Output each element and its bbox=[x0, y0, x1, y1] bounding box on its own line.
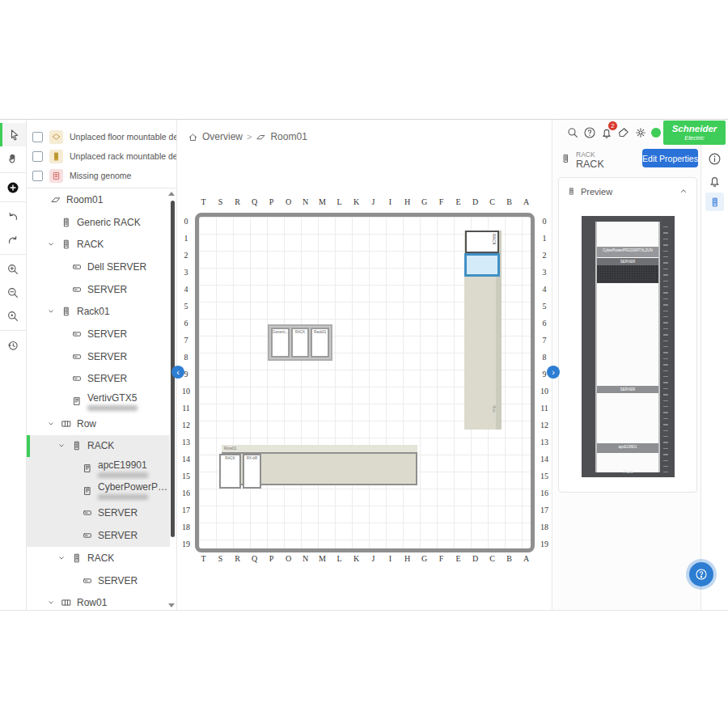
tree-item-server[interactable]: SERVER bbox=[27, 323, 170, 345]
tree-item-generic-rack[interactable]: Generic RACK bbox=[27, 211, 170, 234]
chevron-down-icon[interactable] bbox=[45, 599, 56, 607]
rack-object[interactable]: Rack01 bbox=[311, 328, 329, 358]
rack-object[interactable]: RACK bbox=[291, 328, 310, 358]
tree-item-server[interactable]: SERVER bbox=[27, 569, 170, 592]
tree-item-rack[interactable]: RACK bbox=[27, 233, 170, 256]
tree-item-rack[interactable]: RACK bbox=[27, 547, 170, 569]
grid-column-label: J bbox=[365, 197, 382, 206]
rack-object[interactable]: RACK bbox=[219, 454, 241, 489]
tree-item-label: VertivGTX5 bbox=[87, 392, 138, 404]
filter-checkbox[interactable] bbox=[32, 151, 43, 162]
tree-item-row[interactable]: Row bbox=[27, 413, 170, 435]
tree-item-server[interactable]: SERVER bbox=[27, 524, 170, 547]
add-button[interactable] bbox=[0, 176, 26, 199]
tree-item-apce19901[interactable]: apcE19901 bbox=[27, 457, 170, 480]
chevron-down-icon[interactable] bbox=[45, 240, 56, 249]
rack-object[interactable]: RX-bR bbox=[243, 454, 261, 489]
help-icon bbox=[695, 568, 708, 581]
tree-item-label: SERVER bbox=[98, 575, 138, 586]
help-button[interactable] bbox=[583, 126, 596, 139]
redacted-subtitle bbox=[98, 494, 148, 500]
search-button[interactable] bbox=[566, 126, 579, 139]
rack-icon bbox=[709, 197, 721, 208]
grid-column-label: A bbox=[518, 554, 535, 563]
help-fab[interactable] bbox=[689, 562, 713, 586]
toolbar-divider bbox=[0, 201, 26, 202]
filter-checkbox[interactable] bbox=[32, 132, 43, 142]
tree-item-rack01[interactable]: Rack01 bbox=[27, 300, 170, 323]
chevron-down-icon[interactable] bbox=[56, 442, 66, 451]
pan-tool[interactable] bbox=[0, 146, 26, 170]
chevron-down-icon[interactable] bbox=[45, 419, 56, 428]
rack-icon bbox=[61, 239, 72, 250]
redo-button[interactable] bbox=[0, 228, 26, 252]
grid-row-label: 8 bbox=[538, 349, 551, 366]
chevron-spacer bbox=[56, 285, 66, 294]
gear-button[interactable] bbox=[634, 126, 647, 139]
grid-column-label: D bbox=[467, 554, 484, 563]
filter-checkbox[interactable] bbox=[32, 171, 43, 181]
collapse-left-panel-toggle[interactable]: ‹ bbox=[171, 366, 184, 379]
breadcrumb-current[interactable]: Room01 bbox=[270, 131, 307, 142]
zoom-fit-button[interactable] bbox=[0, 304, 26, 328]
rack-panel-button[interactable] bbox=[705, 193, 724, 211]
breadcrumb-separator: > bbox=[247, 132, 252, 142]
bell-button[interactable] bbox=[708, 174, 722, 188]
hand-icon bbox=[6, 152, 19, 165]
tree-item-row01[interactable]: Row01 bbox=[27, 591, 170, 610]
floorplan[interactable]: RACK Row Generic...RACKRack01 Row01 RACK… bbox=[195, 213, 535, 552]
rack-object[interactable]: RACK bbox=[465, 231, 499, 253]
tree-item-cyberpowerpr2200r[interactable]: CyberPowerPR2200R... bbox=[27, 480, 170, 502]
tree-item-label: SERVER bbox=[87, 328, 127, 340]
grid-column-label: O bbox=[280, 197, 297, 206]
rack-object[interactable]: Generic... bbox=[271, 328, 290, 358]
info-button[interactable] bbox=[708, 152, 722, 166]
edit-properties-button[interactable]: Edit Properties bbox=[642, 149, 698, 167]
tree-item-rack[interactable]: RACK bbox=[27, 435, 170, 458]
schneider-electric-logo[interactable]: Schneider Electric bbox=[663, 121, 726, 145]
chevron-down-icon[interactable] bbox=[45, 307, 56, 316]
chevron-spacer bbox=[56, 352, 66, 361]
grid-column-label: T bbox=[195, 554, 212, 563]
breadcrumb-overview[interactable]: Overview bbox=[202, 131, 243, 142]
grid-column-label: N bbox=[297, 554, 314, 563]
tree-item-dell-server[interactable]: Dell SERVER bbox=[27, 256, 170, 278]
grid-row-label: 7 bbox=[538, 332, 551, 349]
grid-row-label: 12 bbox=[180, 417, 193, 434]
tree-item-server[interactable]: SERVER bbox=[27, 278, 170, 301]
scroll-down-arrow[interactable] bbox=[168, 603, 175, 607]
grid-column-label: M bbox=[314, 554, 331, 563]
rack-object-label: RACK bbox=[293, 330, 308, 334]
zoom-fit-icon bbox=[6, 310, 19, 323]
chevron-down-icon[interactable] bbox=[56, 553, 66, 562]
tree-item-server[interactable]: SERVER bbox=[27, 345, 170, 368]
filter-label: Unplaced floor mountable devices bbox=[70, 132, 176, 142]
zoom-in-button[interactable] bbox=[0, 257, 26, 281]
scroll-up-arrow[interactable] bbox=[168, 192, 175, 196]
tree-item-label: Row01 bbox=[77, 597, 107, 608]
tree-item-room01[interactable]: Room01 bbox=[27, 188, 170, 211]
undo-button[interactable] bbox=[0, 205, 26, 228]
select-tool[interactable] bbox=[0, 123, 26, 146]
chevron-spacer bbox=[45, 218, 56, 226]
rack-object-label: Rack01 bbox=[312, 330, 328, 334]
rack-object-selected[interactable] bbox=[464, 253, 500, 277]
zoom-out-button[interactable] bbox=[0, 281, 26, 304]
chevron-up-icon[interactable] bbox=[679, 186, 688, 196]
grid-row-label: 3 bbox=[538, 264, 551, 281]
preview-device: SERVER bbox=[597, 258, 658, 265]
grid-column-label: E bbox=[450, 197, 467, 206]
device-icon bbox=[82, 485, 93, 497]
collapse-right-panel-toggle[interactable]: › bbox=[547, 366, 560, 379]
rack-group[interactable]: Generic...RACKRack01 bbox=[268, 324, 332, 361]
home-icon bbox=[188, 132, 198, 142]
tag-button[interactable] bbox=[617, 126, 630, 139]
avatar[interactable] bbox=[651, 128, 661, 138]
tree-item-server[interactable]: SERVER bbox=[27, 368, 170, 391]
selection-type: RACK bbox=[576, 150, 595, 159]
tree-item-server[interactable]: SERVER bbox=[27, 502, 170, 525]
tree-item-vertivgtx5[interactable]: VertivGTX5 bbox=[27, 390, 170, 413]
history-button[interactable] bbox=[0, 333, 26, 357]
grid-row-label: 18 bbox=[538, 518, 551, 535]
rack-icon bbox=[561, 150, 571, 167]
